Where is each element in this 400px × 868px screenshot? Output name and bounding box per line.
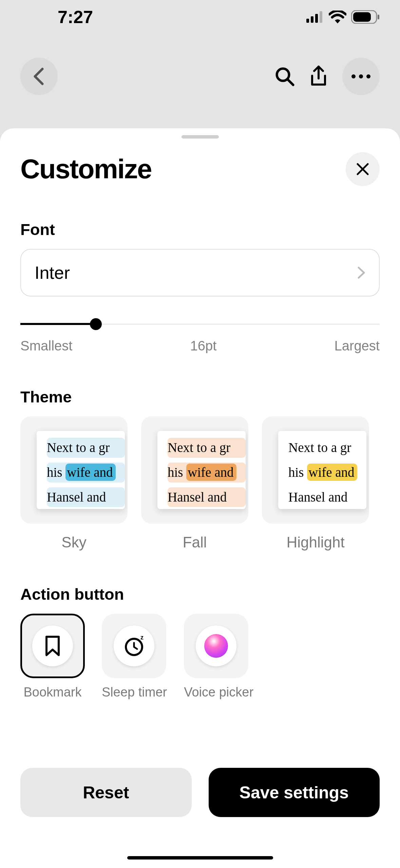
svg-point-10	[366, 74, 370, 78]
theme-label: Highlight	[262, 534, 369, 551]
share-button[interactable]	[308, 66, 329, 87]
battery-icon	[351, 10, 380, 24]
theme-row[interactable]: Next to a gr his wife and Hansel and Sky…	[20, 416, 380, 551]
action-label: Bookmark	[20, 685, 85, 700]
svg-point-9	[359, 74, 363, 78]
svg-rect-6	[378, 15, 379, 19]
theme-item-sky[interactable]: Next to a gr his wife and Hansel and Sky	[20, 416, 128, 551]
wifi-icon	[329, 11, 346, 23]
svg-rect-5	[353, 12, 371, 22]
close-button[interactable]	[346, 152, 380, 186]
home-indicator[interactable]	[127, 856, 273, 860]
svg-rect-0	[306, 19, 309, 23]
share-icon	[309, 66, 328, 87]
chevron-left-icon	[32, 68, 46, 85]
sheet-title: Customize	[20, 153, 152, 185]
back-button[interactable]	[20, 58, 58, 95]
sheet-grabber[interactable]	[182, 135, 219, 139]
svg-rect-1	[311, 16, 313, 23]
action-label: Sleep timer	[102, 685, 167, 700]
action-row: Bookmark z Sleep timer Voice picker	[20, 614, 380, 700]
theme-section-label: Theme	[20, 387, 380, 406]
bookmark-icon	[44, 635, 61, 656]
action-section-label: Action button	[20, 585, 380, 603]
font-select[interactable]: Inter	[20, 249, 380, 296]
reset-button[interactable]: Reset	[20, 768, 192, 817]
search-button[interactable]	[274, 66, 295, 87]
theme-item-highlight[interactable]: Next to a gr his wife and Hansel and Hig…	[262, 416, 369, 551]
more-button[interactable]	[342, 58, 380, 95]
action-item-sleep-timer[interactable]: z Sleep timer	[102, 614, 167, 700]
svg-rect-2	[315, 14, 318, 23]
action-label: Voice picker	[184, 685, 253, 700]
status-icons	[306, 10, 380, 24]
action-item-voice-picker[interactable]: Voice picker	[184, 614, 253, 700]
svg-rect-3	[320, 11, 322, 23]
customize-sheet: Customize Font Inter Smallest 16pt Large…	[0, 128, 400, 868]
search-icon	[275, 67, 294, 86]
theme-item-fall[interactable]: Next to a gr his wife and Hansel and Fal…	[141, 416, 248, 551]
font-section-label: Font	[20, 220, 380, 239]
top-nav	[0, 34, 400, 119]
status-time: 7:27	[58, 7, 93, 27]
slider-mid-label: 16pt	[190, 338, 217, 354]
slider-max-label: Largest	[335, 338, 380, 354]
slider-min-label: Smallest	[20, 338, 72, 354]
theme-label: Sky	[20, 534, 128, 551]
sleep-timer-icon: z	[123, 635, 145, 657]
cellular-icon	[306, 11, 324, 23]
svg-point-8	[351, 74, 356, 78]
chevron-right-icon	[357, 266, 365, 279]
voice-orb-icon	[204, 634, 228, 658]
theme-label: Fall	[141, 534, 248, 551]
more-icon	[351, 74, 371, 79]
close-icon	[356, 162, 370, 176]
status-bar: 7:27	[0, 0, 400, 34]
svg-text:z: z	[140, 635, 144, 641]
save-button[interactable]: Save settings	[209, 768, 380, 817]
action-item-bookmark[interactable]: Bookmark	[20, 614, 85, 700]
font-value: Inter	[35, 263, 70, 283]
font-size-slider[interactable]	[20, 324, 380, 325]
